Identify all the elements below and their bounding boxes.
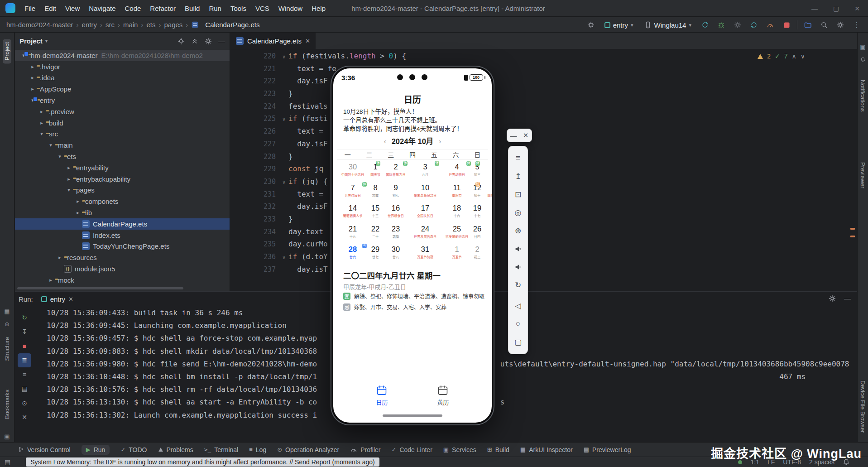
chevron-right-icon[interactable]: ▸ bbox=[29, 75, 37, 81]
record-icon[interactable]: ◎ bbox=[508, 203, 528, 221]
pin-button[interactable]: ⊙ bbox=[18, 396, 31, 410]
hide-button[interactable]: — bbox=[218, 37, 225, 45]
breadcrumb-item[interactable]: hm-demo2024-master bbox=[6, 21, 73, 29]
stripe-project[interactable]: Project bbox=[0, 39, 14, 63]
chevron-right-icon[interactable]: ▸ bbox=[56, 255, 64, 260]
next-problem-icon[interactable]: ∨ bbox=[801, 53, 805, 60]
menu-tools[interactable]: Tools bbox=[226, 3, 251, 14]
tree-item-hm-demo2024-master[interactable]: ▾hm-demo2024-masterE:\hm-demo20241028\hm… bbox=[15, 50, 230, 61]
chevron-right-icon[interactable]: ▸ bbox=[38, 109, 46, 115]
menu-build[interactable]: Build bbox=[180, 3, 204, 14]
crop-icon[interactable]: ⊡ bbox=[508, 185, 528, 203]
day-cell-8[interactable]: 8寒露 bbox=[369, 181, 382, 202]
toolwindow-version-control[interactable]: Version Control bbox=[18, 446, 71, 453]
day-cell-26[interactable]: 26廿四 bbox=[473, 222, 482, 243]
day-cell-30[interactable]: 30中国烈士纪念日 bbox=[337, 160, 369, 181]
run-config-selector[interactable]: entry▾ bbox=[601, 20, 637, 30]
scroll-top-icon[interactable]: ↥ bbox=[508, 167, 528, 185]
toolwindow-profiler[interactable]: Profiler bbox=[350, 446, 380, 453]
toolwindow-run[interactable]: ▶Run bbox=[82, 445, 110, 455]
device-selector[interactable]: Winglau14▾ bbox=[641, 20, 695, 30]
back-icon[interactable]: ◁ bbox=[508, 297, 528, 315]
tree-item--preview[interactable]: ▸.preview bbox=[15, 106, 230, 117]
chevron-right-icon[interactable]: ▸ bbox=[47, 277, 55, 283]
editor-scrollbar[interactable] bbox=[850, 53, 855, 321]
hot-reload-button[interactable] bbox=[699, 19, 711, 31]
day-cell-22[interactable]: 22二十 bbox=[369, 222, 382, 243]
clear-button[interactable]: ✕ bbox=[18, 410, 31, 425]
stop-button[interactable]: ■ bbox=[18, 339, 31, 353]
breadcrumb-item[interactable]: src bbox=[106, 21, 115, 29]
project-tree-hscrollbar[interactable] bbox=[17, 287, 183, 289]
day-cell-18[interactable]: 18十六 bbox=[441, 202, 473, 222]
day-cell-31[interactable]: 31万圣节前夜 bbox=[409, 243, 441, 264]
gear-icon[interactable] bbox=[585, 19, 597, 31]
chevron-down-icon[interactable]: ▾ bbox=[65, 187, 73, 193]
tree-item-ets[interactable]: ▾ets bbox=[15, 151, 230, 162]
chevron-right-icon[interactable]: ▸ bbox=[38, 120, 46, 126]
chevron-right-icon[interactable]: ▸ bbox=[74, 210, 82, 216]
day-cell-29[interactable]: 29廿七 bbox=[369, 243, 382, 264]
toolwindow-build[interactable]: ⊞Build bbox=[487, 446, 509, 453]
stripe-notifications[interactable]: Notifications bbox=[858, 80, 868, 112]
home-indicator[interactable] bbox=[383, 414, 442, 417]
print-button[interactable]: ▤ bbox=[18, 382, 31, 396]
menu-icon[interactable]: ≡ bbox=[508, 149, 528, 167]
minimize-window-button[interactable]: — bbox=[811, 5, 818, 12]
chevron-right-icon[interactable]: ▸ bbox=[74, 198, 82, 204]
tree-item-src[interactable]: ▾src bbox=[15, 129, 230, 140]
day-cell-19[interactable]: 19十七 bbox=[473, 202, 482, 222]
stripe-previewer[interactable]: Previewer bbox=[858, 162, 868, 188]
day-cell-2[interactable]: 休2国际非暴力日 bbox=[382, 160, 409, 181]
profiler-button[interactable] bbox=[764, 19, 776, 31]
previewer-minimize-button[interactable]: — bbox=[510, 132, 517, 140]
chevron-right-icon[interactable]: ▸ bbox=[65, 165, 73, 171]
attach-debugger-button[interactable] bbox=[732, 19, 743, 31]
tree-item-appscope[interactable]: ▸AppScope bbox=[15, 83, 230, 95]
debug-button[interactable] bbox=[715, 19, 727, 31]
terminal-stripe-icon[interactable]: ▣ bbox=[0, 433, 14, 440]
wrap-button[interactable]: ≡ bbox=[18, 367, 31, 382]
chevron-right-icon[interactable]: ▸ bbox=[65, 176, 73, 182]
tree-item--hvigor[interactable]: ▸.hvigor bbox=[15, 61, 230, 72]
search-button[interactable] bbox=[818, 19, 830, 31]
editor-tab-calendarpage[interactable]: CalendarPage.ets ✕ bbox=[230, 33, 316, 49]
tree-item-entrybackupability[interactable]: ▸entrybackupability bbox=[15, 173, 230, 185]
toolwindow-log[interactable]: ≡Log bbox=[249, 446, 266, 453]
close-window-button[interactable]: ✕ bbox=[854, 5, 860, 12]
chevron-right-icon[interactable]: ▸ bbox=[29, 64, 37, 70]
day-cell-27[interactable]: 27廿五 bbox=[482, 222, 492, 243]
day-cell-11[interactable]: 11重阳节 bbox=[441, 181, 473, 202]
toolwindow-arkui-inspector[interactable]: ▦ArkUI Inspector bbox=[520, 446, 573, 453]
day-cell-15[interactable]: 15十三 bbox=[369, 202, 382, 222]
toolwindow-code-linter[interactable]: ✓Code Linter bbox=[392, 446, 432, 453]
soft-wrap-button[interactable]: ≣ bbox=[18, 353, 31, 368]
stop-button[interactable] bbox=[781, 19, 792, 31]
breadcrumb-item[interactable]: main bbox=[123, 21, 138, 29]
tree-item-lib[interactable]: ▸lib bbox=[15, 207, 230, 218]
breadcrumb-item[interactable]: pages bbox=[164, 21, 182, 29]
toolwindow-operation-analyzer[interactable]: ⊙Operation Analyzer bbox=[277, 446, 339, 453]
day-cell-9[interactable]: 9初七 bbox=[382, 181, 409, 202]
chevron-down-icon[interactable]: ▾ bbox=[56, 154, 64, 159]
day-cell-3[interactable]: 3初三 bbox=[482, 243, 492, 264]
toolwindow-services[interactable]: ▣Services bbox=[443, 446, 476, 453]
previewer-close-button[interactable]: ✕ bbox=[523, 131, 529, 140]
prev-problem-icon[interactable]: ∧ bbox=[792, 53, 796, 60]
project-panel-title[interactable]: Project bbox=[19, 37, 43, 45]
day-cell-4[interactable]: 休4世界动物日 bbox=[441, 160, 473, 181]
day-cell-20[interactable]: 20世界统计日 bbox=[482, 202, 492, 222]
menu-view[interactable]: View bbox=[61, 3, 84, 14]
close-run-tab-icon[interactable]: ✕ bbox=[68, 296, 73, 303]
tree-item-entryability[interactable]: ▸entryability bbox=[15, 162, 230, 173]
tree-item-entry[interactable]: ▾entry bbox=[15, 95, 230, 106]
inspections-widget[interactable]: 2 ✓ 7 ∧ ∨ bbox=[758, 53, 805, 60]
tree-item-componets[interactable]: ▸componets bbox=[15, 196, 230, 207]
day-cell-13[interactable]: 13国际减轻自然灾害日 bbox=[482, 181, 492, 202]
day-cell-5[interactable]: 休5初三 bbox=[473, 160, 482, 181]
next-month-button[interactable]: › bbox=[439, 137, 441, 145]
maximize-window-button[interactable]: ▢ bbox=[833, 5, 839, 12]
hvigor-icon[interactable]: ▣ bbox=[858, 43, 868, 50]
chevron-down-icon[interactable]: ▾ bbox=[38, 131, 46, 137]
hide-run-panel-button[interactable]: — bbox=[844, 294, 851, 302]
